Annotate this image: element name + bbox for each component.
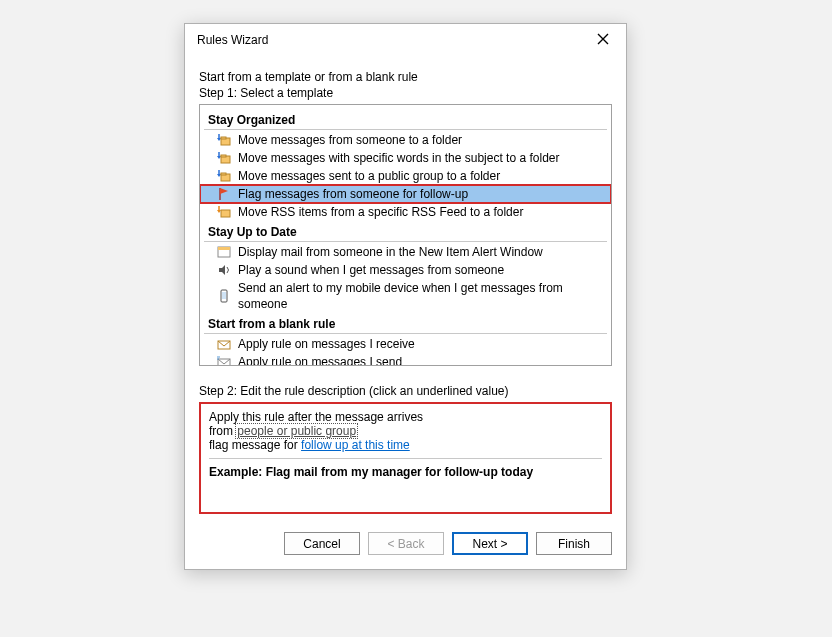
intro-text: Start from a template or from a blank ru… xyxy=(199,70,612,84)
finish-button[interactable]: Finish xyxy=(536,532,612,555)
template-item[interactable]: Apply rule on messages I receive xyxy=(202,335,609,353)
move-folder-icon xyxy=(216,168,232,184)
sound-icon xyxy=(216,262,232,278)
desc-line-apply: Apply this rule after the message arrive… xyxy=(209,410,602,424)
svg-rect-6 xyxy=(221,210,230,217)
back-button[interactable]: < Back xyxy=(368,532,444,555)
example-text: Example: Flag mail from my manager for f… xyxy=(209,465,602,479)
template-item[interactable]: Move messages sent to a public group to … xyxy=(202,167,609,185)
desc-line-flag: flag message for follow up at this time xyxy=(209,438,602,452)
template-listbox[interactable]: Stay OrganizedMove messages from someone… xyxy=(199,104,612,366)
titlebar: Rules Wizard xyxy=(185,24,626,56)
move-folder-icon xyxy=(216,150,232,166)
template-item[interactable]: Move messages from someone to a folder xyxy=(202,131,609,149)
template-item-label: Apply rule on messages I send xyxy=(238,354,402,366)
template-item[interactable]: Flag messages from someone for follow-up xyxy=(200,185,611,203)
mobile-icon xyxy=(216,288,232,304)
desc-line-from: from people or public group xyxy=(209,424,602,438)
rules-wizard-dialog: Rules Wizard Start from a template or fr… xyxy=(184,23,627,570)
template-item-label: Move messages from someone to a folder xyxy=(238,132,462,148)
svg-rect-5 xyxy=(221,173,226,175)
template-item[interactable]: Display mail from someone in the New Ite… xyxy=(202,243,609,261)
svg-rect-10 xyxy=(222,292,226,299)
close-icon xyxy=(597,33,609,48)
rule-description-box: Apply this rule after the message arrive… xyxy=(199,402,612,514)
template-item[interactable]: Apply rule on messages I send xyxy=(202,353,609,366)
step2-label: Step 2: Edit the rule description (click… xyxy=(199,384,612,398)
button-row: Cancel < Back Next > Finish xyxy=(199,532,612,555)
follow-up-time-link[interactable]: follow up at this time xyxy=(301,438,410,452)
divider xyxy=(209,458,602,459)
rss-folder-icon xyxy=(216,204,232,220)
svg-rect-1 xyxy=(221,137,226,139)
template-item[interactable]: Send an alert to my mobile device when I… xyxy=(202,279,609,313)
category-header: Stay Organized xyxy=(204,111,607,130)
template-item[interactable]: Play a sound when I get messages from so… xyxy=(202,261,609,279)
template-item[interactable]: Move messages with specific words in the… xyxy=(202,149,609,167)
envelope-in-icon xyxy=(216,336,232,352)
template-item-label: Display mail from someone in the New Ite… xyxy=(238,244,543,260)
svg-rect-8 xyxy=(218,247,230,250)
category-header: Start from a blank rule xyxy=(204,315,607,334)
alert-window-icon xyxy=(216,244,232,260)
template-item-label: Play a sound when I get messages from so… xyxy=(238,262,504,278)
svg-rect-3 xyxy=(221,155,226,157)
template-item-label: Flag messages from someone for follow-up xyxy=(238,186,468,202)
flag-icon xyxy=(216,186,232,202)
template-item-label: Apply rule on messages I receive xyxy=(238,336,415,352)
people-or-group-link[interactable]: people or public group xyxy=(236,424,357,438)
template-item-label: Send an alert to my mobile device when I… xyxy=(238,280,605,312)
template-item-label: Move RSS items from a specific RSS Feed … xyxy=(238,204,523,220)
envelope-out-icon xyxy=(216,354,232,366)
category-header: Stay Up to Date xyxy=(204,223,607,242)
template-item-label: Move messages with specific words in the… xyxy=(238,150,559,166)
dialog-title: Rules Wizard xyxy=(197,33,268,47)
cancel-button[interactable]: Cancel xyxy=(284,532,360,555)
template-item[interactable]: Move RSS items from a specific RSS Feed … xyxy=(202,203,609,221)
next-button[interactable]: Next > xyxy=(452,532,528,555)
template-item-label: Move messages sent to a public group to … xyxy=(238,168,500,184)
close-button[interactable] xyxy=(588,30,618,50)
step1-label: Step 1: Select a template xyxy=(199,86,612,100)
move-folder-icon xyxy=(216,132,232,148)
